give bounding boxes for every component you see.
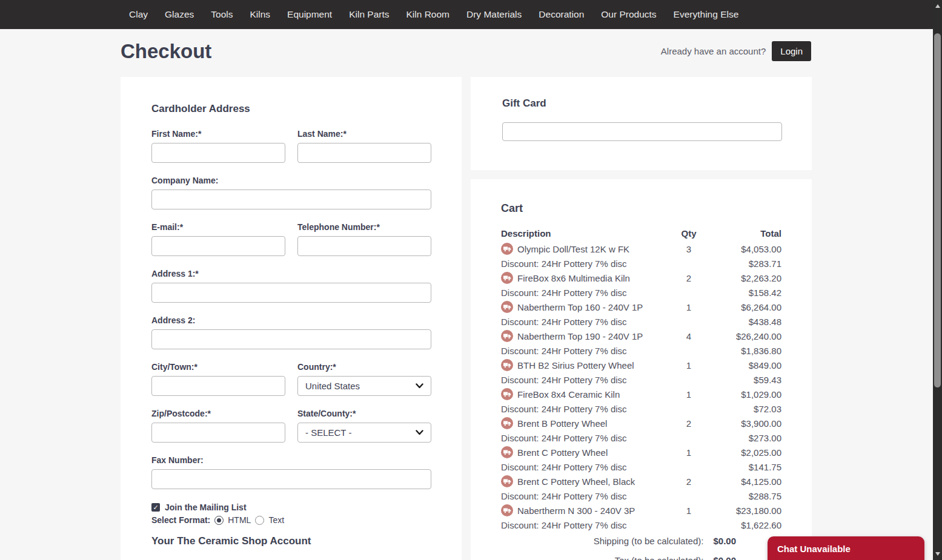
telephone-input[interactable] bbox=[297, 236, 431, 256]
format-radio-label: Text bbox=[268, 515, 284, 525]
cart-item-qty: 1 bbox=[671, 302, 707, 312]
truck-icon bbox=[503, 362, 511, 368]
cart-item-row: Nabertherm Top 190 - 240V 1P4$26,240.00 bbox=[501, 329, 781, 343]
state-selected-value: - SELECT - bbox=[305, 427, 351, 438]
login-button[interactable]: Login bbox=[772, 41, 811, 61]
cart-item-row: Brent C Pottery Wheel, Black2$4,125.00 bbox=[501, 474, 781, 489]
address1-label: Address 1:* bbox=[151, 269, 431, 278]
fax-label: Fax Number: bbox=[151, 456, 431, 465]
account-prompt: Already have an account? bbox=[661, 46, 766, 56]
nav-item-our-products[interactable]: Our Products bbox=[592, 9, 665, 20]
cart-item-row: FireBox 8x6 Multimedia Kiln2$2,263.20 bbox=[501, 271, 781, 285]
scroll-up-icon[interactable] bbox=[933, 1, 942, 11]
truck-icon bbox=[503, 333, 511, 339]
truck-icon bbox=[503, 304, 511, 310]
page-scrollbar[interactable] bbox=[933, 0, 942, 560]
shipping-value: $0.00 bbox=[713, 536, 736, 546]
cart-item-total: $2,025.00 bbox=[707, 447, 781, 458]
nav-item-equipment[interactable]: Equipment bbox=[279, 9, 340, 20]
address2-input[interactable] bbox=[151, 329, 431, 349]
cart-item-qty: 2 bbox=[671, 273, 707, 283]
nav-item-kilns[interactable]: Kilns bbox=[241, 9, 279, 20]
gift-card-input[interactable] bbox=[502, 122, 782, 141]
select-format-row: Select Format: HTMLText bbox=[151, 515, 431, 525]
gift-card-panel: Gift Card bbox=[471, 77, 812, 170]
first-name-input[interactable] bbox=[151, 143, 285, 163]
cardholder-address-title: Cardholder Address bbox=[151, 103, 431, 115]
cart-panel: Cart Description Qty Total Olympic Doll/… bbox=[471, 179, 812, 560]
fax-input[interactable] bbox=[151, 469, 431, 489]
email-input[interactable] bbox=[151, 236, 285, 256]
zip-input[interactable] bbox=[151, 423, 285, 443]
nav-item-kiln-parts[interactable]: Kiln Parts bbox=[340, 9, 397, 20]
cart-rows: Olympic Doll/Test 12K w FK3$4,053.00Disc… bbox=[501, 242, 781, 532]
last-name-label: Last Name:* bbox=[297, 130, 431, 139]
first-name-label: First Name:* bbox=[151, 130, 285, 139]
scroll-down-icon[interactable] bbox=[933, 549, 942, 559]
nav-item-glazes[interactable]: Glazes bbox=[156, 9, 202, 20]
cart-item-qty: 1 bbox=[671, 447, 707, 458]
cart-item-row: BTH B2 Sirius Pottery Wheel1$849.00 bbox=[501, 358, 781, 372]
cart-col-total: Total bbox=[707, 228, 781, 239]
cart-item-row: Olympic Doll/Test 12K w FK3$4,053.00 bbox=[501, 242, 781, 256]
cart-discount-row: Discount: 24Hr Pottery 7% disc$1,836.80 bbox=[501, 343, 781, 358]
cart-discount-label: Discount: 24Hr Pottery 7% disc bbox=[501, 404, 707, 414]
cart-discount-label: Discount: 24Hr Pottery 7% disc bbox=[501, 433, 707, 443]
city-input[interactable] bbox=[151, 376, 285, 396]
shipping-truck-icon bbox=[501, 301, 513, 313]
chat-unavailable-banner[interactable]: Chat Unavailable bbox=[768, 536, 924, 560]
cart-item-row: Nabertherm Top 160 - 240V 1P1$6,264.00 bbox=[501, 300, 781, 314]
shipping-truck-icon bbox=[501, 417, 513, 429]
shipping-row: Shipping (to be calculated): $0.00 bbox=[501, 535, 781, 547]
truck-icon bbox=[503, 246, 511, 252]
cart-discount-row: Discount: 24Hr Pottery 7% disc$158.42 bbox=[501, 285, 781, 300]
address2-label: Address 2: bbox=[151, 316, 431, 325]
cart-item-row: Brent B Pottery Wheel2$3,900.00 bbox=[501, 416, 781, 430]
nav-item-everything-else[interactable]: Everything Else bbox=[665, 9, 748, 20]
nav-item-dry-materials[interactable]: Dry Materials bbox=[458, 9, 530, 20]
nav-item-tools[interactable]: Tools bbox=[202, 9, 241, 20]
nav-item-kiln-room[interactable]: Kiln Room bbox=[398, 9, 459, 20]
tax-label: Tax (to be calculated): bbox=[615, 555, 704, 560]
country-label: Country:* bbox=[297, 363, 431, 372]
cart-item-total: $3,900.00 bbox=[707, 418, 781, 429]
cart-item-row: FireBox 8x4 Ceramic Kiln1$1,029.00 bbox=[501, 387, 781, 401]
cart-discount-label: Discount: 24Hr Pottery 7% disc bbox=[501, 288, 707, 298]
company-name-label: Company Name: bbox=[151, 176, 431, 185]
truck-icon bbox=[503, 478, 511, 484]
account-section-title: Your The Ceramic Shop Account bbox=[151, 535, 431, 547]
chevron-down-icon bbox=[416, 383, 423, 389]
state-select[interactable]: - SELECT - bbox=[297, 423, 431, 443]
cart-item-total: $2,263.20 bbox=[707, 273, 781, 283]
cart-discount-amount: $141.75 bbox=[707, 462, 781, 472]
cart-item-qty: 1 bbox=[671, 389, 707, 400]
cart-discount-row: Discount: 24Hr Pottery 7% disc$1,622.60 bbox=[501, 518, 781, 532]
address1-input[interactable] bbox=[151, 283, 431, 303]
cart-item-row: Nabertherm N 300 - 240V 3P1$23,180.00 bbox=[501, 503, 781, 518]
cart-item-name: FireBox 8x6 Multimedia Kiln bbox=[517, 273, 630, 283]
cart-discount-row: Discount: 24Hr Pottery 7% disc$141.75 bbox=[501, 460, 781, 474]
cart-discount-label: Discount: 24Hr Pottery 7% disc bbox=[501, 520, 707, 530]
nav-item-clay[interactable]: Clay bbox=[121, 9, 156, 20]
cart-discount-label: Discount: 24Hr Pottery 7% disc bbox=[501, 462, 707, 472]
format-radio-text[interactable] bbox=[255, 516, 264, 525]
format-radio-label: HTML bbox=[228, 515, 251, 525]
last-name-input[interactable] bbox=[297, 143, 431, 163]
country-selected-value: United States bbox=[305, 381, 360, 391]
shipping-truck-icon bbox=[501, 359, 513, 371]
nav-item-decoration[interactable]: Decoration bbox=[530, 9, 592, 20]
mailing-list-checkbox[interactable]: ✓ bbox=[151, 503, 160, 512]
cart-item-total: $23,180.00 bbox=[707, 506, 781, 516]
cart-discount-row: Discount: 24Hr Pottery 7% disc$438.48 bbox=[501, 314, 781, 329]
company-name-input[interactable] bbox=[151, 189, 431, 209]
truck-icon bbox=[503, 275, 511, 281]
cart-discount-amount: $72.03 bbox=[707, 404, 781, 414]
cardholder-address-panel: Cardholder Address First Name:* Last Nam… bbox=[121, 77, 462, 560]
state-label: State/County:* bbox=[297, 409, 431, 418]
cart-col-description: Description bbox=[501, 228, 671, 239]
check-icon: ✓ bbox=[153, 504, 158, 511]
country-select[interactable]: United States bbox=[297, 376, 431, 396]
scrollbar-thumb[interactable] bbox=[934, 33, 941, 387]
shipping-truck-icon bbox=[501, 330, 513, 342]
format-radio-html[interactable] bbox=[214, 516, 224, 525]
